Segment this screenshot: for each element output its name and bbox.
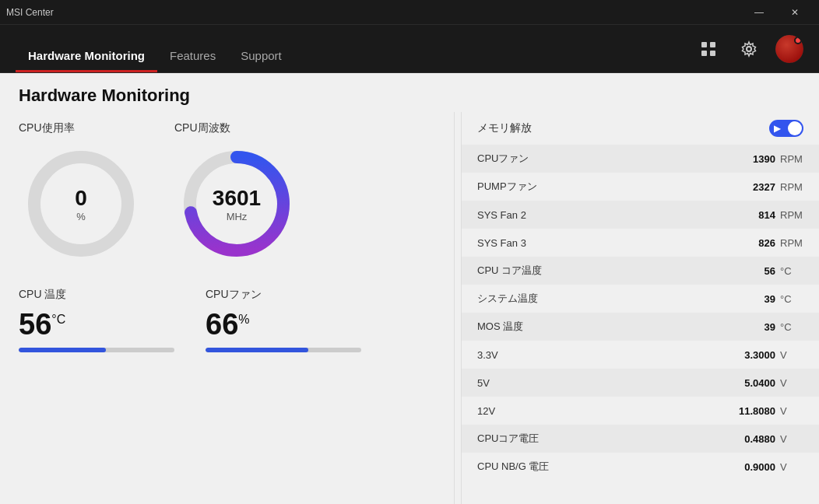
sensor-name: 12V: [477, 405, 729, 417]
right-panel: メモリ解放 ▶ CPUファン 1390 RPM PUMPファン 2327 RPM…: [461, 112, 819, 504]
cpu-freq-label: CPU周波数: [174, 121, 230, 135]
titlebar: MSI Center — ✕: [0, 0, 819, 25]
cpu-freq-gauge: 3601 MHz: [174, 142, 299, 266]
panel-divider: [454, 112, 455, 504]
cpu-usage-text: 0 %: [75, 186, 87, 222]
svg-rect-1: [710, 42, 715, 47]
sensor-unit: RPM: [780, 153, 803, 165]
avatar[interactable]: [775, 35, 803, 63]
svg-rect-3: [710, 51, 715, 56]
grid-icon: [700, 40, 717, 58]
sensor-row: SYS Fan 2 814 RPM: [462, 201, 819, 229]
sensor-row: SYS Fan 3 826 RPM: [462, 229, 819, 257]
gear-icon: [740, 40, 757, 58]
titlebar-title: MSI Center: [6, 7, 54, 18]
navbar: Hardware Monitoring Features Support: [0, 25, 819, 73]
gauge-row-top: CPU使用率 0 %: [19, 121, 429, 266]
sensor-name: PUMPファン: [477, 180, 729, 194]
memory-release-row: メモリ解放 ▶: [462, 112, 819, 145]
main-content: Hardware Monitoring CPU使用率: [0, 73, 819, 504]
toggle-arrow-icon: ▶: [774, 124, 780, 134]
page-title: Hardware Monitoring: [19, 86, 190, 105]
sensor-value: 0.4880: [729, 433, 775, 445]
sensor-row: CPU NB/G 電圧 0.9000 V: [462, 453, 819, 481]
nav-icons: [694, 35, 803, 63]
grid-icon-button[interactable]: [694, 35, 722, 63]
sensor-unit: V: [780, 349, 803, 361]
sensor-unit: V: [780, 377, 803, 389]
svg-point-4: [747, 47, 751, 51]
sensor-name: SYS Fan 2: [477, 209, 729, 221]
tab-support[interactable]: Support: [228, 25, 294, 72]
sensor-name: MOS 温度: [477, 320, 729, 334]
sensor-value: 2327: [729, 181, 775, 193]
svg-rect-2: [701, 51, 707, 56]
gauge-row-bottom: CPU 温度 56°C CPUファン 66%: [19, 288, 429, 352]
sensor-value: 56: [729, 265, 775, 277]
sensor-value: 3.3000: [729, 349, 775, 361]
cpu-temp-fill: [19, 348, 106, 352]
sensor-unit: °C: [780, 265, 803, 277]
sensor-name: CPU コア温度: [477, 264, 729, 278]
sensor-unit: V: [780, 461, 803, 473]
cpu-fan-section: CPUファン 66%: [206, 288, 361, 352]
sensor-name: SYS Fan 3: [477, 237, 729, 249]
sensor-row: 12V 11.8080 V: [462, 397, 819, 425]
cpu-fan-value: 66%: [206, 308, 250, 341]
sensor-name: CPU NB/G 電圧: [477, 460, 729, 474]
close-button[interactable]: ✕: [777, 0, 813, 25]
cpu-temp-track: [19, 348, 174, 352]
sensor-unit: RPM: [780, 181, 803, 193]
sensor-name: システム温度: [477, 292, 729, 306]
sensor-name: 3.3V: [477, 349, 729, 361]
cpu-usage-label: CPU使用率: [19, 121, 75, 135]
sensor-table: CPUファン 1390 RPM PUMPファン 2327 RPM SYS Fan…: [462, 145, 819, 481]
cpu-fan-fill: [206, 348, 308, 352]
sensor-unit: °C: [780, 321, 803, 333]
cpu-fan-label: CPUファン: [206, 288, 262, 302]
left-panel: CPU使用率 0 %: [0, 112, 448, 504]
sensor-row: CPU コア温度 56 °C: [462, 257, 819, 285]
page-title-bar: Hardware Monitoring: [0, 73, 819, 112]
tab-features[interactable]: Features: [157, 25, 228, 72]
tab-hardware-monitoring[interactable]: Hardware Monitoring: [16, 25, 157, 72]
sensor-row: 3.3V 3.3000 V: [462, 341, 819, 369]
cpu-temp-label: CPU 温度: [19, 288, 66, 302]
svg-rect-0: [701, 42, 707, 47]
sensor-name: 5V: [477, 377, 729, 389]
sensor-row: PUMPファン 2327 RPM: [462, 173, 819, 201]
cpu-freq-text: 3601 MHz: [213, 186, 261, 222]
cpu-fan-track: [206, 348, 361, 352]
sensor-row: CPUファン 1390 RPM: [462, 145, 819, 173]
sensor-value: 826: [729, 237, 775, 249]
sensor-value: 39: [729, 321, 775, 333]
sensor-name: CPUコア電圧: [477, 432, 729, 446]
sensor-value: 5.0400: [729, 377, 775, 389]
titlebar-controls: — ✕: [741, 0, 813, 25]
sensor-name: CPUファン: [477, 152, 729, 166]
sensor-value: 39: [729, 293, 775, 305]
sensor-value: 0.9000: [729, 461, 775, 473]
cpu-temp-value: 56°C: [19, 308, 65, 341]
sensor-unit: RPM: [780, 237, 803, 249]
sensor-unit: V: [780, 405, 803, 417]
toggle-knob: [788, 121, 802, 135]
sensor-row: 5V 5.0400 V: [462, 369, 819, 397]
sensor-value: 1390: [729, 153, 775, 165]
minimize-button[interactable]: —: [741, 0, 777, 25]
settings-icon-button[interactable]: [735, 35, 763, 63]
cpu-freq-section: CPU周波数: [174, 121, 299, 266]
sensor-unit: RPM: [780, 209, 803, 221]
cpu-temp-section: CPU 温度 56°C: [19, 288, 174, 352]
content-area: CPU使用率 0 %: [0, 112, 819, 504]
memory-release-label: メモリ解放: [477, 121, 532, 135]
sensor-row: システム温度 39 °C: [462, 285, 819, 313]
cpu-usage-section: CPU使用率 0 %: [19, 121, 143, 266]
sensor-unit: °C: [780, 293, 803, 305]
notification-dot: [794, 37, 802, 44]
sensor-value: 814: [729, 209, 775, 221]
nav-tabs: Hardware Monitoring Features Support: [16, 25, 294, 72]
memory-release-toggle[interactable]: ▶: [769, 120, 803, 137]
sensor-value: 11.8080: [729, 405, 775, 417]
sensor-unit: V: [780, 433, 803, 445]
